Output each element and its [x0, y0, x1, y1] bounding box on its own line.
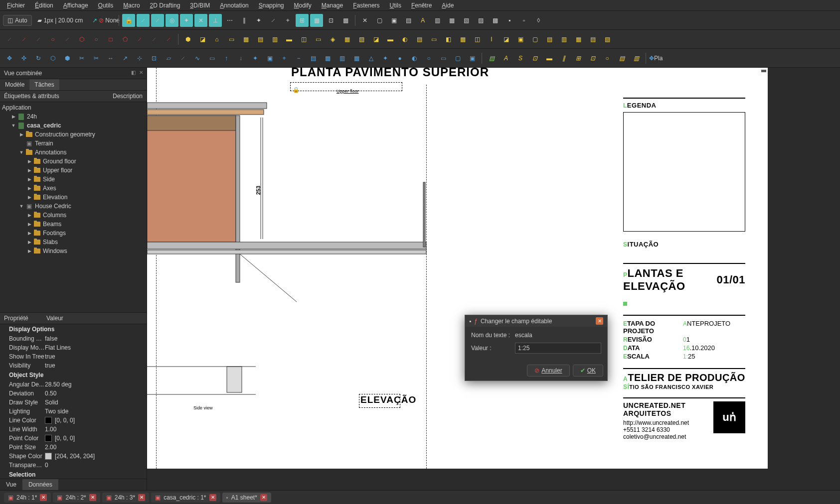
mod-icon-24[interactable]: ▦ [350, 52, 363, 65]
prop-row[interactable]: Visibilitytrue [0, 361, 147, 370]
px-scale[interactable]: ▰1px | 20.00 cm [33, 15, 87, 25]
tree-item-casa_cedric[interactable]: ▼casa_cedric [0, 121, 147, 130]
tree-item-elevation[interactable]: ▶Elevation [0, 193, 147, 202]
anno-icon-1[interactable]: A [500, 52, 512, 65]
pla-button[interactable]: ✥ Pla [649, 52, 663, 65]
bim-icon-8[interactable]: ◫ [297, 33, 310, 46]
k-icon[interactable]: ◊ [532, 14, 545, 27]
bim-icon-18[interactable]: ◧ [442, 33, 455, 46]
prop-row[interactable]: Show In Treetrue [0, 352, 147, 361]
snap-angle-icon[interactable]: ✦ [180, 14, 193, 27]
none-button[interactable]: ⊘None [103, 14, 116, 27]
ok-button[interactable]: ✔OK [573, 365, 603, 377]
anno-icon-3[interactable]: ⊡ [528, 52, 541, 65]
doc-tab-2[interactable]: ▣24h : 3*✕ [102, 493, 149, 503]
g-icon[interactable]: ▨ [474, 14, 487, 27]
menu-outils[interactable]: Outils [93, 0, 119, 10]
anno-icon-9[interactable]: ▤ [615, 52, 628, 65]
3d-viewport[interactable]: PLANTA PAVIMENTO SUPERIOR Upper floor 🔒 [147, 68, 840, 490]
anno-icon-10[interactable]: ▥ [630, 52, 643, 65]
prop-row[interactable]: LightingTwo side [0, 407, 147, 416]
tree-item-windows[interactable]: ▶Windows [0, 247, 147, 255]
mod-icon-2[interactable]: ↻ [32, 52, 45, 65]
snap-perp-icon[interactable]: ⊥ [209, 14, 222, 27]
menu-aide[interactable]: Aide [437, 0, 459, 10]
draft-icon-10[interactable]: ⟋ [148, 33, 161, 46]
mod-icon-14[interactable]: ▭ [205, 52, 218, 65]
bim-icon-11[interactable]: ▦ [340, 33, 353, 46]
mod-icon-21[interactable]: ▤ [307, 52, 320, 65]
mod-icon-25[interactable]: △ [364, 52, 377, 65]
doc-tab-3[interactable]: ▣casa_cedric : 1*✕ [151, 493, 220, 503]
tree-app-root[interactable]: Application [0, 103, 147, 112]
c-icon[interactable]: A [416, 14, 429, 27]
b-icon[interactable]: ▤ [402, 14, 415, 27]
mod-icon-27[interactable]: ● [393, 52, 406, 65]
mod-icon-3[interactable]: ⬡ [46, 52, 59, 65]
dialog-titlebar[interactable]: ▪ ƒ Changer le champ éditable ✕ [465, 315, 607, 327]
prop-row[interactable]: Point Size2.00 [0, 443, 147, 452]
draft-icon-11[interactable]: ⟋ [162, 33, 175, 46]
bim-icon-25[interactable]: ▤ [543, 33, 556, 46]
mod-icon-4[interactable]: ⬢ [61, 52, 74, 65]
bim-icon-24[interactable]: ▢ [528, 33, 541, 46]
bim-icon-12[interactable]: ▧ [355, 33, 368, 46]
tree-item-columns[interactable]: ▶Columns [0, 211, 147, 220]
bim-icon-3[interactable]: ▭ [225, 33, 238, 46]
tree-view[interactable]: Application ▶24h▼casa_cedric▶Constructio… [0, 102, 147, 312]
anno-icon-4[interactable]: ▬ [543, 52, 556, 65]
panel-close-icon[interactable]: ✕ [138, 69, 145, 76]
bim-icon-19[interactable]: ▦ [456, 33, 469, 46]
bim-icon-21[interactable]: I [485, 33, 498, 46]
tree-item-slabs[interactable]: ▶Slabs [0, 238, 147, 247]
snap-grid-icon[interactable]: ⊞ [296, 14, 309, 27]
snap-endpoint-icon[interactable]: ⟋ [137, 14, 150, 27]
menu-fasteners[interactable]: Fasteners [348, 0, 384, 10]
menu-modify[interactable]: Modify [289, 0, 316, 10]
bim-icon-9[interactable]: ▭ [312, 33, 325, 46]
snap-parallel-icon[interactable]: ∥ [238, 14, 251, 27]
draft-icon-3[interactable]: ○ [46, 33, 59, 46]
mod-icon-9[interactable]: ⊹ [133, 52, 146, 65]
mod-icon-26[interactable]: ✦ [379, 52, 392, 65]
mod-icon-7[interactable]: ↔ [104, 52, 117, 65]
close-icon[interactable]: ✕ [40, 494, 47, 501]
draft-icon-5[interactable]: ⬡ [75, 33, 88, 46]
snap-dim-icon[interactable]: ⊡ [325, 14, 337, 27]
tree-item-annotations[interactable]: ▼Annotations [0, 148, 147, 157]
draft-icon-9[interactable]: ⟋ [133, 33, 146, 46]
mod-icon-32[interactable]: ▣ [466, 52, 479, 65]
draft-icon-8[interactable]: ⬠ [119, 33, 132, 46]
menu-annotation[interactable]: Annotation [215, 0, 253, 10]
bim-icon-17[interactable]: ▭ [427, 33, 440, 46]
bim-icon-1[interactable]: ◪ [196, 33, 209, 46]
tree-item-house-cedric[interactable]: ▼▣House Cedric [0, 202, 147, 211]
snap-ext-icon[interactable]: ⋯ [223, 14, 236, 27]
bim-icon-5[interactable]: ▤ [254, 33, 267, 46]
property-view[interactable]: Display OptionsBounding B...falseDisplay… [0, 324, 147, 479]
snap-workplane-icon[interactable]: ▦ [310, 14, 323, 27]
d-icon[interactable]: ▥ [431, 14, 444, 27]
tree-item-upper-floor[interactable]: ▶Upper floor [0, 166, 147, 175]
anno-icon-5[interactable]: ‖ [557, 52, 570, 65]
j-icon[interactable]: ▫ [517, 14, 530, 27]
bim-icon-16[interactable]: ▤ [413, 33, 426, 46]
mod-icon-12[interactable]: ⟋ [176, 52, 189, 65]
prop-row[interactable]: Transparency0 [0, 461, 147, 470]
prop-row[interactable]: Display ModeFlat Lines [0, 343, 147, 352]
mod-icon-22[interactable]: ▦ [321, 52, 334, 65]
mod-icon-20[interactable]: − [292, 52, 305, 65]
menu-2d drafting[interactable]: 2D Drafting [145, 0, 185, 10]
mod-icon-13[interactable]: ∿ [191, 52, 204, 65]
lock-icon[interactable]: 🔒 [122, 14, 135, 27]
anno-icon-2[interactable]: S [514, 52, 527, 65]
anno-icon-6[interactable]: ⊞ [572, 52, 585, 65]
mod-icon-17[interactable]: ✦ [249, 52, 262, 65]
doc-tab-4[interactable]: ▫A1 sheet*✕ [222, 493, 271, 503]
bim-icon-6[interactable]: ▥ [268, 33, 281, 46]
tab-vue[interactable]: Vue [0, 479, 22, 490]
tree-item-24h[interactable]: ▶24h [0, 112, 147, 121]
menu-fichier[interactable]: Fichier [2, 0, 30, 10]
snap-special-icon[interactable]: ✦ [252, 14, 265, 27]
menu-affichage[interactable]: Affichage [58, 0, 93, 10]
